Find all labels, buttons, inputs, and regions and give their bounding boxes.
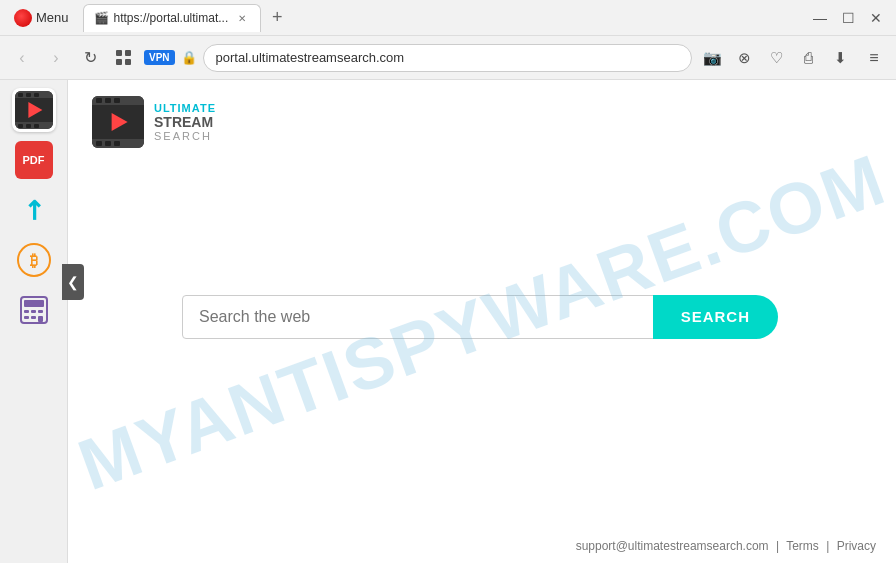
tab-favicon: 🎬	[94, 11, 108, 25]
tab-close-button[interactable]: ✕	[234, 10, 250, 26]
opera-logo	[14, 9, 32, 27]
support-email: support@ultimatestreamsearch.com	[576, 539, 769, 553]
opera-menu-button[interactable]: Menu	[8, 7, 75, 29]
tabs-area: 🎬 https://portal.ultimat... ✕ +	[83, 4, 800, 32]
sidebar-toggle-button[interactable]: ❮	[62, 264, 84, 300]
logo-ultimate-text: ULTIMATE	[154, 102, 244, 114]
logo-icon	[92, 96, 144, 148]
logo-text: ULTIMATE STREAM SEARCH	[154, 102, 244, 142]
svg-rect-3	[125, 59, 131, 65]
svg-rect-6	[24, 310, 29, 313]
menu-label: Menu	[36, 10, 69, 25]
address-bar: ‹ › ↻ VPN 🔒 📷 ⊗ ♡ ⎙ ⬇ ≡	[0, 36, 896, 80]
lock-icon: 🔒	[181, 50, 197, 65]
window-controls: — ☐ ✕	[808, 6, 888, 30]
search-input[interactable]	[182, 295, 657, 339]
heart-button[interactable]: ♡	[762, 44, 790, 72]
privacy-link[interactable]: Privacy	[837, 539, 876, 553]
vpn-badge: VPN	[144, 50, 175, 65]
svg-rect-8	[38, 310, 43, 313]
browser-frame: Menu 🎬 https://portal.ultimat... ✕ + — ☐…	[0, 0, 896, 563]
svg-rect-10	[31, 316, 36, 319]
url-field[interactable]	[203, 44, 692, 72]
svg-rect-2	[116, 59, 122, 65]
sidebar-item-pdf[interactable]: PDF	[12, 138, 56, 182]
pdf-label: PDF	[23, 154, 45, 166]
sidebar-item-bitcoin[interactable]: ₿	[12, 238, 56, 282]
maximize-button[interactable]: ☐	[836, 6, 860, 30]
page-content: MYANTISPYWARE.COM	[68, 80, 896, 563]
svg-rect-11	[38, 316, 43, 322]
title-bar: Menu 🎬 https://portal.ultimat... ✕ + — ☐…	[0, 0, 896, 36]
tab-title: https://portal.ultimat...	[114, 11, 229, 25]
sidebar: PDF ↗ ₿	[0, 80, 68, 563]
search-button[interactable]: SEARCH	[653, 295, 778, 339]
shield-button[interactable]: ⊗	[730, 44, 758, 72]
svg-rect-1	[125, 50, 131, 56]
sidebar-item-video[interactable]	[12, 88, 56, 132]
page-footer: support@ultimatestreamsearch.com | Terms…	[68, 529, 896, 563]
sidebar-item-calculator[interactable]	[12, 288, 56, 332]
camera-button[interactable]: 📷	[698, 44, 726, 72]
toolbar-icons: 📷 ⊗ ♡ ⎙ ⬇	[698, 44, 854, 72]
footer-separator-2: |	[826, 539, 829, 553]
browser-content: PDF ↗ ₿	[0, 80, 896, 563]
new-tab-button[interactable]: +	[265, 6, 289, 30]
sidebar-toggle-arrow: ❮	[67, 274, 79, 290]
svg-rect-0	[116, 50, 122, 56]
logo-container: ULTIMATE STREAM SEARCH	[92, 96, 244, 148]
svg-rect-9	[24, 316, 29, 319]
reload-button[interactable]: ↻	[76, 44, 104, 72]
active-tab[interactable]: 🎬 https://portal.ultimat... ✕	[83, 4, 262, 32]
footer-separator-1: |	[776, 539, 779, 553]
logo-search-text: SEARCH	[154, 130, 244, 142]
search-box-wrapper: SEARCH	[182, 295, 782, 339]
svg-rect-7	[31, 310, 36, 313]
page-header: ULTIMATE STREAM SEARCH	[68, 80, 896, 164]
search-area: SEARCH	[68, 164, 896, 529]
bitcoin-symbol: ₿	[30, 252, 38, 269]
vpn-arrow-icon: ↗	[15, 191, 52, 228]
close-button[interactable]: ✕	[864, 6, 888, 30]
svg-rect-5	[24, 300, 44, 307]
download-button[interactable]: ⬇	[826, 44, 854, 72]
minimize-button[interactable]: —	[808, 6, 832, 30]
share-button[interactable]: ⎙	[794, 44, 822, 72]
hamburger-button[interactable]: ≡	[860, 44, 888, 72]
terms-link[interactable]: Terms	[786, 539, 819, 553]
sidebar-item-vpn[interactable]: ↗	[12, 188, 56, 232]
logo-stream-text: STREAM	[154, 114, 244, 130]
grid-button[interactable]	[110, 44, 138, 72]
back-button[interactable]: ‹	[8, 44, 36, 72]
forward-button[interactable]: ›	[42, 44, 70, 72]
calculator-icon	[19, 295, 49, 325]
